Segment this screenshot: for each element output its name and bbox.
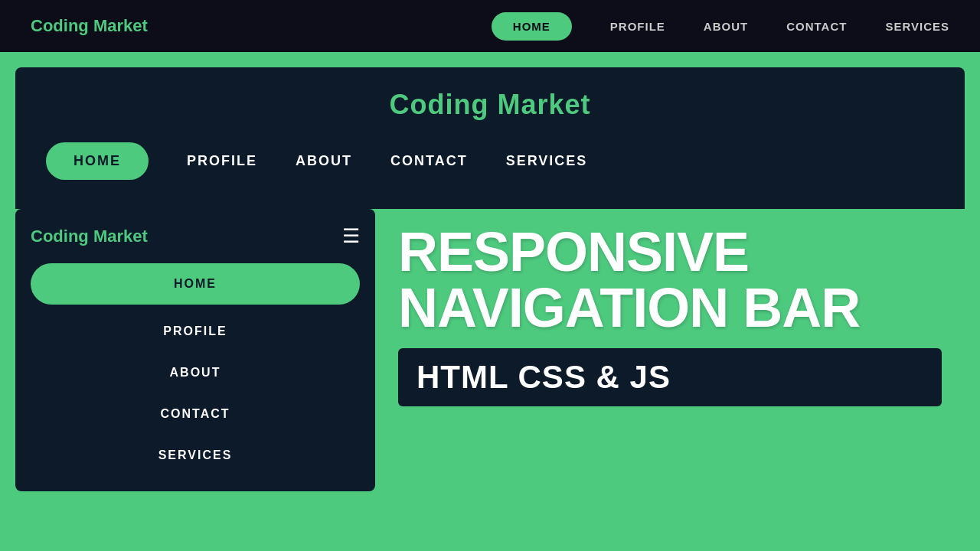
mobile-logo: Coding Market bbox=[31, 227, 148, 246]
mobile-logo-text: Coding bbox=[31, 227, 93, 246]
top-nav-contact[interactable]: CONTACT bbox=[786, 20, 847, 33]
desktop-nav: Coding Market HOME PROFILE ABOUT CONTACT… bbox=[15, 67, 965, 209]
mobile-nav-profile[interactable]: PROFILE bbox=[31, 311, 360, 352]
tech-badge: HTML CSS & JS bbox=[398, 348, 942, 406]
top-logo: Coding Market bbox=[31, 16, 148, 36]
desktop-preview-row: Coding Market HOME PROFILE ABOUT CONTACT… bbox=[15, 67, 965, 209]
top-navbar: Coding Market HOME PROFILE ABOUT CONTACT… bbox=[0, 0, 980, 52]
mobile-nav-home[interactable]: HOME bbox=[31, 263, 360, 305]
preview-rows: Coding Market HOME PROFILE ABOUT CONTACT… bbox=[15, 67, 965, 551]
bottom-row: Coding Market ☰ HOME PROFILE ABOUT CONTA… bbox=[15, 209, 965, 491]
desktop-nav-services[interactable]: SERVICES bbox=[506, 153, 588, 169]
mobile-nav-header: Coding Market ☰ bbox=[31, 224, 360, 248]
top-nav-home[interactable]: HOME bbox=[492, 12, 572, 41]
desktop-nav-profile[interactable]: PROFILE bbox=[187, 153, 257, 169]
top-nav-profile[interactable]: PROFILE bbox=[610, 20, 665, 33]
text-content: RESPONSIVE NAVIGATION BAR HTML CSS & JS bbox=[375, 209, 965, 422]
desktop-nav-contact[interactable]: CONTACT bbox=[390, 153, 468, 169]
top-nav-about[interactable]: ABOUT bbox=[704, 20, 748, 33]
desktop-title-text: Coding bbox=[389, 89, 497, 120]
mobile-nav-about[interactable]: ABOUT bbox=[31, 352, 360, 393]
preview-area: Coding Market HOME PROFILE ABOUT CONTACT… bbox=[0, 52, 980, 551]
top-logo-text: Coding bbox=[31, 16, 93, 35]
desktop-title-accent: Market bbox=[497, 89, 590, 120]
mobile-nav-card: Coding Market ☰ HOME PROFILE ABOUT CONTA… bbox=[15, 209, 375, 491]
top-nav-services[interactable]: SERVICES bbox=[885, 20, 949, 33]
mobile-nav-items: HOME PROFILE ABOUT CONTACT SERVICES bbox=[31, 263, 360, 476]
desktop-nav-links: HOME PROFILE ABOUT CONTACT SERVICES bbox=[46, 142, 934, 187]
top-logo-accent: Market bbox=[93, 16, 148, 35]
desktop-nav-about[interactable]: ABOUT bbox=[296, 153, 352, 169]
headline-line2: NAVIGATION BAR bbox=[398, 279, 942, 337]
desktop-nav-home[interactable]: HOME bbox=[46, 142, 149, 180]
top-nav-links: HOME PROFILE ABOUT CONTACT SERVICES bbox=[492, 12, 949, 41]
mobile-nav-services[interactable]: SERVICES bbox=[31, 435, 360, 476]
desktop-nav-title: Coding Market bbox=[46, 89, 934, 121]
hamburger-icon[interactable]: ☰ bbox=[342, 224, 360, 248]
headline-line1: RESPONSIVE bbox=[398, 224, 942, 279]
mobile-logo-accent: Market bbox=[93, 227, 148, 246]
mobile-nav-contact[interactable]: CONTACT bbox=[31, 393, 360, 435]
